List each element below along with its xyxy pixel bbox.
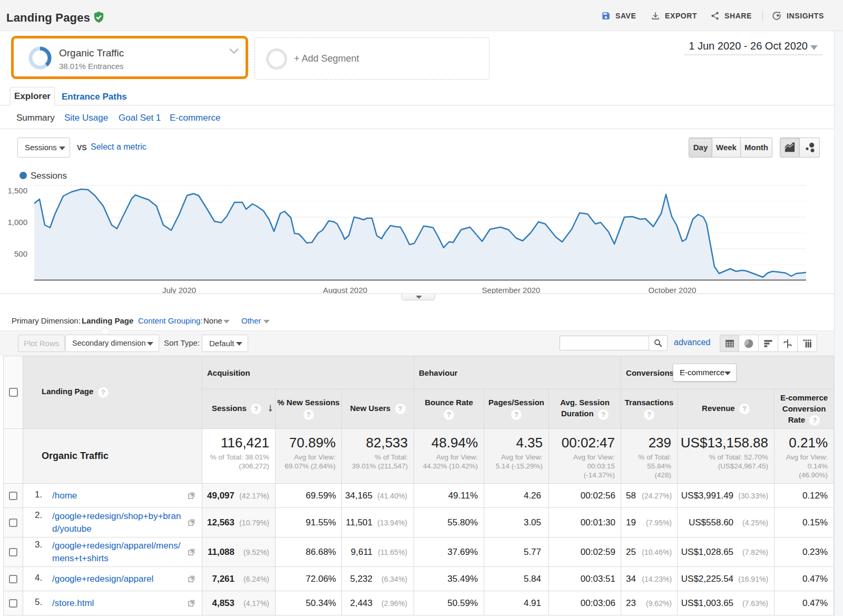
svg-text:October 2020: October 2020 xyxy=(649,286,697,294)
svg-text:1,000: 1,000 xyxy=(7,218,27,227)
svg-text:August 2020: August 2020 xyxy=(323,286,367,294)
svg-text:1,500: 1,500 xyxy=(7,186,27,195)
svg-text:July 2020: July 2020 xyxy=(162,286,196,294)
svg-text:September 2020: September 2020 xyxy=(482,286,541,294)
svg-text:500: 500 xyxy=(14,249,27,258)
